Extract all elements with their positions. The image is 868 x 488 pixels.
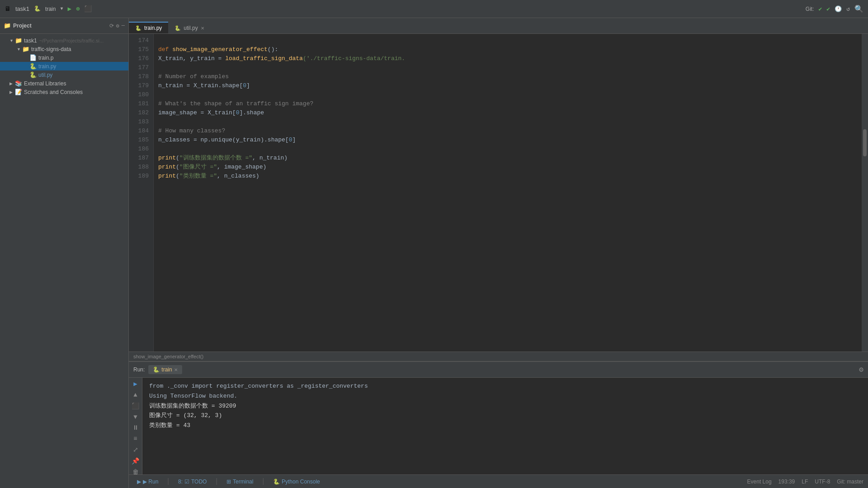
ln-176: 176	[129, 54, 149, 63]
window-icon: 🖥	[5, 5, 11, 13]
add-config-btn[interactable]: ⊕	[76, 5, 80, 13]
event-log-btn[interactable]: Event Log	[747, 479, 772, 485]
sidebar-collapse-icon[interactable]: —	[122, 23, 125, 29]
run-stop-icon[interactable]: ⬛	[132, 402, 139, 410]
tab-utilpy[interactable]: 🐍 util.py ✕	[168, 22, 210, 33]
python-console-btn[interactable]: 🐍 Python Console	[269, 478, 324, 486]
ln-189: 189	[129, 172, 149, 181]
run-pin-icon[interactable]: 📌	[132, 457, 139, 465]
run-header: Run: 🐍 train ✕ ⚙	[129, 362, 868, 378]
python-console-icon: 🐍	[273, 479, 280, 485]
code-line-188: print("图像尺寸 =", image_shape)	[158, 163, 862, 172]
tree-arrow-traffic: ▼	[17, 47, 22, 52]
utilpy-tab-label: util.py	[184, 25, 198, 31]
run-btn-label: ▶ Run	[143, 479, 158, 485]
sidebar-item-scratches[interactable]: ▶ 📝 Scratches and Consoles	[0, 88, 128, 96]
trainpy-tab-label: train.py	[144, 25, 162, 31]
python-console-label: Python Console	[282, 479, 320, 485]
code-line-181: # What's the shape of an traffic sign im…	[158, 99, 862, 108]
code-line-186	[158, 145, 862, 154]
run-expand-icon[interactable]: ⤢	[133, 446, 138, 454]
ln-181: 181	[129, 99, 149, 108]
ln-183: 183	[129, 117, 149, 127]
run-btn[interactable]: ▶ ▶ Run	[133, 478, 162, 486]
run-trash-icon[interactable]: 🗑	[132, 469, 139, 474]
todo-icon: ☑	[184, 479, 189, 485]
terminal-btn[interactable]: ⊞ Terminal	[223, 478, 257, 486]
sidebar-item-trainpy[interactable]: 🐍 train.py	[0, 62, 128, 70]
utilpy-tab-close[interactable]: ✕	[201, 26, 204, 31]
run-train-icon: 🐍	[153, 366, 160, 373]
run-tab-label: train	[161, 366, 172, 373]
code-line-183	[158, 117, 862, 127]
code-editor: 174 175 176 177 178 179 180 181 182 183 …	[129, 34, 868, 352]
scratches-icon: 📝	[15, 89, 22, 95]
editor-scrollbar[interactable]	[862, 34, 868, 352]
sidebar-folder-icon: 📁	[4, 22, 11, 29]
sidebar-item-external-libs[interactable]: ▶ 📚 External Libraries	[0, 79, 128, 88]
window-title-bar: 🖥 task1 🐍 train ▼ ▶ ⊕ ⬛ Git: ✔ ✔ 🕐 ↺ 🔍	[0, 0, 868, 18]
code-line-180	[158, 90, 862, 99]
scrollbar-thumb[interactable]	[863, 129, 867, 156]
run-restart-icon[interactable]: ▶	[133, 380, 137, 388]
sidebar: 📁 Project ⟳ ⚙ — ▼ 📁 task1 ~/PycharmProje…	[0, 18, 129, 488]
trainp-file-icon: 📄	[29, 54, 37, 61]
sidebar-item-traffic-data[interactable]: ▼ 📁 traffic-signs-data	[0, 45, 128, 53]
sidebar-label-trainp: train.p	[38, 55, 53, 61]
code-line-178: # Number of examples	[158, 72, 862, 81]
git-clock-icon[interactable]: 🕐	[835, 5, 842, 13]
sidebar-item-trainp[interactable]: 📄 train.p	[0, 53, 128, 62]
stop-btn[interactable]: ⬛	[84, 5, 92, 13]
run-output-line-5: 类别数量 = 43	[149, 421, 861, 431]
code-line-175: def show_image_generator_effect():	[158, 45, 862, 54]
lf-label: LF	[802, 479, 808, 485]
task1-path: ~/PycharmProjects/traffic.si...	[39, 38, 104, 43]
search-icon[interactable]: 🔍	[854, 5, 863, 14]
run-tab-close[interactable]: ✕	[174, 367, 178, 372]
trainpy-tab-icon: 🐍	[135, 25, 142, 31]
run-panel: Run: 🐍 train ✕ ⚙ ▶ ▲ ⬛ ▼ ⏸ ≡ ⤢	[129, 361, 868, 474]
git-check-icon[interactable]: ✔	[819, 5, 822, 13]
todo-num: 8:	[178, 479, 183, 485]
sidebar-item-utilpy[interactable]: 🐍 util.py	[0, 70, 128, 79]
run-tab-train[interactable]: 🐍 train ✕	[148, 365, 182, 374]
code-line-184: # How many classes?	[158, 127, 862, 136]
run-pause-icon[interactable]: ⏸	[132, 424, 139, 432]
ln-180: 180	[129, 90, 149, 99]
sidebar-label-trainpy: train.py	[38, 63, 56, 70]
git-undo-icon[interactable]: ↺	[846, 5, 850, 13]
git-check2-icon[interactable]: ✔	[826, 5, 830, 13]
run-scroll-down-icon[interactable]: ▼	[133, 413, 137, 421]
run-config-label: train	[45, 6, 56, 12]
terminal-icon: ⊞	[226, 479, 231, 485]
tooltip-text: show_image_generator_effect()	[133, 354, 203, 359]
run-lines-icon[interactable]: ≡	[133, 435, 137, 442]
traffic-folder-icon: 📁	[22, 46, 29, 52]
run-output-line-2: Using TensorFlow backend.	[149, 392, 861, 401]
sidebar-item-task1[interactable]: ▼ 📁 task1 ~/PycharmProjects/traffic.si..…	[0, 36, 128, 45]
run-sidebar: ▶ ▲ ⬛ ▼ ⏸ ≡ ⤢ 📌 🗑	[129, 378, 142, 474]
play-btn[interactable]: ▶	[67, 5, 71, 13]
tree-arrow-task1: ▼	[9, 38, 15, 43]
sidebar-settings-icon[interactable]: ⚙	[116, 23, 119, 29]
code-content[interactable]: def show_image_generator_effect(): X_tra…	[154, 34, 862, 352]
sidebar-sync-icon[interactable]: ⟳	[109, 23, 114, 29]
run-settings-icon[interactable]: ⚙	[859, 365, 863, 374]
ln-184: 184	[129, 127, 149, 136]
window-title: task1	[15, 5, 29, 12]
code-line-185: n_classes = np.unique(y_train).shape[0]	[158, 136, 862, 145]
code-line-176: X_train, y_train = load_traffic_sign_dat…	[158, 54, 862, 63]
terminal-label: Terminal	[233, 479, 253, 485]
run-output-line-1: from ._conv import register_converters a…	[149, 382, 861, 391]
ln-182: 182	[129, 108, 149, 117]
todo-btn[interactable]: 8: ☑ TODO	[175, 478, 210, 486]
code-line-179: n_train = X_train.shape[0]	[158, 81, 862, 90]
run-label: Run:	[133, 366, 145, 373]
code-line-174	[158, 36, 862, 45]
code-line-189: print("类别数量 =", n_classes)	[158, 172, 862, 181]
tab-trainpy[interactable]: 🐍 train.py	[129, 22, 168, 33]
editor-tabs: 🐍 train.py 🐍 util.py ✕	[129, 18, 868, 34]
run-scroll-up-icon[interactable]: ▲	[133, 391, 137, 399]
run-output-line-3: 训练数据集的数据个数 = 39209	[149, 402, 861, 411]
status-bar: ▶ ▶ Run | 8: ☑ TODO | ⊞ Terminal | 🐍 Pyt	[129, 474, 868, 488]
